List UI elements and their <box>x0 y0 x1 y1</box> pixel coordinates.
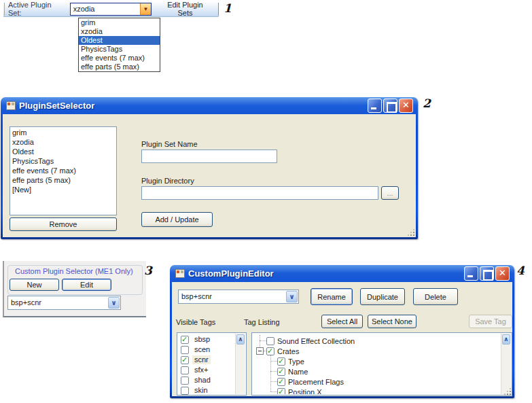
plugin-set-list-item[interactable]: PhysicsTags <box>10 156 116 166</box>
tree-connector <box>260 340 266 341</box>
edit-button[interactable]: Edit <box>62 279 111 291</box>
toolbar-separator <box>218 3 219 16</box>
plugin-directory-label: Plugin Directory <box>141 177 194 185</box>
checkbox[interactable] <box>181 356 189 364</box>
plugin-set-list-item[interactable]: [New] <box>10 185 116 194</box>
visible-tag-row-sfx+[interactable]: sfx+ <box>178 365 235 375</box>
plugin-set-name-input[interactable] <box>141 150 277 163</box>
maximize-button[interactable] <box>480 266 494 281</box>
checkbox[interactable] <box>266 347 274 355</box>
visible-tags-rows: sbspscenscnrsfx+shadskin <box>178 334 235 394</box>
checkbox[interactable] <box>181 346 189 354</box>
resize-grip[interactable] <box>503 387 512 396</box>
checkbox[interactable] <box>181 336 189 344</box>
plugin-directory-input[interactable] <box>141 186 378 200</box>
dropdown-item-xzodia[interactable]: xzodia <box>79 27 160 36</box>
plugin-set-list-item[interactable]: effe parts (5 max) <box>10 175 116 185</box>
tree-item-Type[interactable]: Type <box>253 356 501 366</box>
tree-item-label: Sound Effect Collection <box>277 337 355 345</box>
scroll-up-arrow-icon[interactable]: ∧ <box>236 334 245 345</box>
annotation-number-4: 4 <box>516 264 525 277</box>
window-titlebar[interactable]: CustomPluginEditor <box>172 265 512 282</box>
window-form-icon <box>175 269 185 278</box>
combobox-dropdown-arrow-icon[interactable]: ∨ <box>286 291 298 302</box>
remove-button[interactable]: Remove <box>10 217 117 231</box>
plugin-set-list-item[interactable]: effe events (7 max) <box>10 166 116 175</box>
close-button[interactable] <box>495 266 510 281</box>
plugin-combobox[interactable]: bsp+scnr ∨ <box>178 290 299 304</box>
custom-plugin-editor-window: CustomPluginEditor bsp+scnr ∨ Rename Dup… <box>170 265 514 398</box>
visible-tag-row-scnr[interactable]: scnr <box>178 355 235 365</box>
vertical-scrollbar[interactable]: ∧ <box>501 334 511 394</box>
checkbox[interactable] <box>277 388 285 395</box>
select-all-button[interactable]: Select All <box>321 315 363 328</box>
tree-item-label: Placement Flags <box>288 378 344 386</box>
plugin-set-listbox[interactable]: grimxzodiaOldestPhysicsTagseffe events (… <box>10 126 117 215</box>
edit-plugin-sets-button[interactable]: Edit Plugin Sets <box>155 0 215 19</box>
checkbox[interactable] <box>181 387 189 395</box>
tag-listing-tree[interactable]: Sound Effect CollectionCratesTypeNamePla… <box>251 332 512 396</box>
window-title: CustomPluginEditor <box>188 268 464 279</box>
minimize-button[interactable] <box>464 266 478 281</box>
close-button[interactable] <box>399 99 413 113</box>
visible-tag-row-skin[interactable]: skin <box>178 385 235 396</box>
checkbox[interactable] <box>181 366 189 374</box>
tree-connector <box>260 335 260 347</box>
dropdown-item-Oldest[interactable]: Oldest <box>79 36 160 45</box>
tree-item-Placement-Flags[interactable]: Placement Flags <box>253 376 501 387</box>
visible-tag-label: scen <box>192 345 212 354</box>
visible-tag-label: sfx+ <box>192 366 210 374</box>
tree-item-Sound-Effect-Collection[interactable]: Sound Effect Collection <box>253 336 501 346</box>
minimize-button[interactable] <box>368 99 382 113</box>
add-update-button[interactable]: Add / Update <box>141 212 213 227</box>
tree-item-Name[interactable]: Name <box>253 366 501 376</box>
vertical-scrollbar[interactable]: ∧ <box>235 334 245 394</box>
resize-grip[interactable] <box>406 228 415 236</box>
plugin-set-list-item[interactable]: Oldest <box>10 147 116 156</box>
duplicate-button[interactable]: Duplicate <box>360 288 405 305</box>
new-button[interactable]: New <box>10 279 59 291</box>
select-none-button[interactable]: Select None <box>368 315 416 328</box>
tree-collapse-icon[interactable] <box>256 347 264 355</box>
visible-tags-listbox[interactable]: sbspscenscnrsfx+shadskin ∧ <box>177 332 247 396</box>
combobox-dropdown-arrow-icon[interactable]: ▼ <box>140 3 151 15</box>
tree-connector <box>270 391 277 392</box>
tree-connector <box>270 371 277 372</box>
plugin-set-list-item[interactable]: xzodia <box>10 137 116 147</box>
dropdown-item-grim[interactable]: grim <box>79 18 160 27</box>
dropdown-item-effe-events-7-max-[interactable]: effe events (7 max) <box>79 54 160 63</box>
dropdown-item-PhysicsTags[interactable]: PhysicsTags <box>79 45 160 54</box>
visible-tag-label: scnr <box>192 355 211 364</box>
checkbox[interactable] <box>277 357 285 366</box>
plugin-set-list-item[interactable]: grim <box>10 128 116 137</box>
checkbox[interactable] <box>277 378 285 386</box>
visible-tag-row-scen[interactable]: scen <box>178 345 235 355</box>
visible-tag-row-shad[interactable]: shad <box>178 375 235 385</box>
tree-item-label: Crates <box>277 347 299 355</box>
plugin-set-selector-window: PluginSetSelector grimxzodiaOldestPhysic… <box>1 97 418 239</box>
tree-item-Position-X[interactable]: Position X <box>253 387 501 394</box>
active-plugin-set-toolbar: Active Plugin Set: xzodia ▼ Edit Plugin … <box>3 1 219 17</box>
combobox-value: bsp+scnr <box>8 296 107 309</box>
window-form-icon <box>6 101 16 110</box>
tree-connector <box>270 361 277 362</box>
dropdown-item-effe-parts-5-max-[interactable]: effe parts (5 max) <box>79 63 160 71</box>
delete-button[interactable]: Delete <box>413 288 458 305</box>
combobox-dropdown-arrow-icon[interactable]: ∨ <box>108 297 120 309</box>
checkbox[interactable] <box>266 337 274 345</box>
tree-item-label: Name <box>288 368 308 376</box>
annotation-number-3: 3 <box>144 264 152 277</box>
browse-button[interactable]: ... <box>381 186 399 200</box>
checkbox[interactable] <box>277 368 285 376</box>
window-titlebar[interactable]: PluginSetSelector <box>3 97 416 114</box>
maximize-button[interactable] <box>383 99 397 113</box>
tree-item-Crates[interactable]: Crates <box>253 346 501 356</box>
visible-tag-row-sbsp[interactable]: sbsp <box>178 334 235 345</box>
rename-button[interactable]: Rename <box>311 288 353 305</box>
custom-plugin-combobox[interactable]: bsp+scnr ∨ <box>7 296 121 310</box>
visible-tag-label: shad <box>192 376 213 385</box>
active-plugin-set-combobox[interactable]: xzodia ▼ <box>70 3 152 16</box>
window-body: grimxzodiaOldestPhysicsTagseffe events (… <box>3 114 416 237</box>
scroll-up-arrow-icon[interactable]: ∧ <box>502 334 510 345</box>
checkbox[interactable] <box>181 376 189 385</box>
